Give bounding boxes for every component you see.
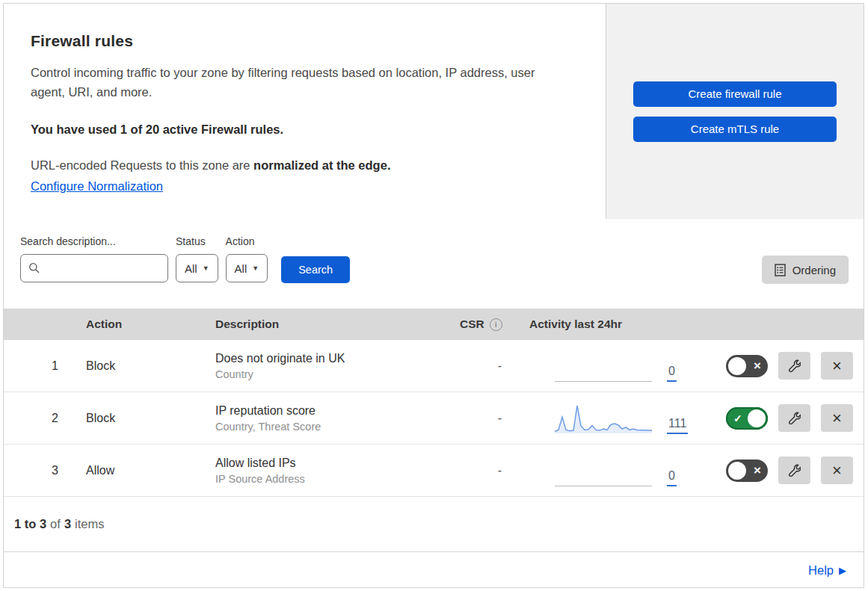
activity-count-link[interactable]: 0 [667, 365, 677, 382]
rule-activity-cell: 111 [520, 403, 715, 434]
action-dropdown[interactable]: All ▼ [226, 254, 268, 282]
status-dropdown-value: All [185, 262, 197, 275]
rule-action: Block [75, 359, 202, 373]
column-header-action: Action [75, 318, 202, 331]
edit-rule-button[interactable] [778, 352, 810, 380]
search-label: Search description... [20, 235, 168, 247]
column-header-csr: CSR i [445, 318, 520, 331]
wrench-icon [788, 464, 801, 477]
column-header-description: Description [202, 318, 445, 331]
activity-sparkline [555, 403, 652, 434]
rule-activity-cell: 0 [520, 350, 715, 382]
rule-controls: ✓ × × [715, 352, 864, 380]
status-filter-group: Status All ▼ [176, 235, 218, 282]
rule-action: Allow [75, 464, 202, 477]
pagination-summary: 1 to 3 of 3 items [4, 497, 864, 552]
close-icon: × [832, 462, 842, 479]
delete-rule-button[interactable]: × [821, 404, 853, 432]
header-section: Firewall rules Control incoming traffic … [4, 4, 864, 219]
rule-priority: 3 [4, 464, 75, 477]
rule-priority: 2 [4, 412, 75, 425]
edit-rule-button[interactable] [778, 457, 810, 484]
rule-description: Allow listed IPs [215, 457, 445, 470]
rule-csr: - [445, 464, 520, 477]
rule-controls: ✓ × × [715, 404, 864, 432]
pagination-total: 3 [64, 517, 71, 531]
toggle-knob [748, 409, 766, 427]
column-header-activity: Activity last 24hr [520, 318, 715, 331]
page-title: Firewall rules [31, 32, 576, 50]
rule-csr: - [445, 359, 520, 373]
activity-count-link[interactable]: 111 [667, 417, 688, 434]
usage-summary: You have used 1 of 20 active Firewall ru… [31, 123, 576, 137]
filter-bar: Search description... Status All ▼ Actio… [4, 219, 864, 309]
create-firewall-rule-button[interactable]: Create firewall rule [633, 81, 837, 107]
rule-csr: - [445, 412, 520, 425]
toggle-knob [728, 357, 746, 375]
table-row: 3 Allow Allow listed IPs IP Source Addre… [4, 445, 864, 497]
ordering-button-label: Ordering [792, 264, 836, 276]
chevron-down-icon: ▼ [203, 264, 209, 272]
delete-rule-button[interactable]: × [821, 352, 853, 380]
create-mtls-rule-button[interactable]: Create mTLS rule [633, 117, 837, 142]
action-dropdown-value: All [235, 262, 247, 275]
help-link[interactable]: Help ▶ [808, 563, 846, 578]
x-icon: × [754, 358, 761, 373]
edit-rule-button[interactable] [778, 404, 810, 432]
rule-criteria: Country, Threat Score [215, 421, 445, 433]
action-label: Action [226, 235, 268, 247]
pagination-of: of [50, 517, 61, 531]
check-icon: ✓ [733, 412, 742, 424]
rule-controls: ✓ × × [715, 457, 864, 484]
table-row: 2 Block IP reputation score Country, Thr… [4, 392, 864, 445]
search-group: Search description... [20, 235, 168, 282]
rule-criteria: Country [215, 368, 445, 380]
rule-enabled-toggle[interactable]: ✓ × [726, 407, 768, 430]
chevron-down-icon: ▼ [252, 264, 259, 272]
search-button[interactable]: Search [281, 256, 350, 283]
configure-normalization-link[interactable]: Configure Normalization [31, 179, 163, 193]
pagination-items: items [75, 517, 104, 531]
rule-description-cell: Allow listed IPs IP Source Address [202, 457, 445, 485]
help-row: Help ▶ [4, 552, 864, 588]
normalization-bold: normalized at the edge. [253, 158, 390, 172]
header-text-panel: Firewall rules Control incoming traffic … [4, 4, 606, 219]
delete-rule-button[interactable]: × [821, 457, 853, 484]
rule-priority: 1 [4, 359, 75, 373]
rule-description-cell: Does not originate in UK Country [202, 352, 445, 380]
rule-enabled-toggle[interactable]: ✓ × [726, 460, 768, 482]
csr-label: CSR [460, 318, 484, 331]
page-description: Control incoming traffic to your zone by… [31, 63, 561, 102]
arrow-right-icon: ▶ [839, 565, 846, 576]
wrench-icon [788, 412, 801, 424]
rule-description: IP reputation score [215, 404, 445, 418]
rule-description: Does not originate in UK [215, 352, 445, 365]
search-box[interactable] [20, 254, 168, 282]
rule-criteria: IP Source Address [215, 473, 445, 485]
help-label: Help [808, 563, 834, 578]
action-filter-group: Action All ▼ [226, 235, 268, 282]
rule-enabled-toggle[interactable]: ✓ × [726, 355, 768, 377]
close-icon: × [832, 358, 842, 374]
activity-sparkline [555, 350, 652, 382]
table-row: 1 Block Does not originate in UK Country… [4, 340, 864, 392]
table-header: Action Description CSR i Activity last 2… [4, 309, 864, 340]
search-input[interactable] [46, 262, 160, 275]
rule-action: Block [75, 412, 202, 425]
close-icon: × [832, 410, 842, 427]
rule-activity-cell: 0 [520, 455, 715, 486]
activity-count-link[interactable]: 0 [667, 469, 677, 486]
activity-sparkline [555, 455, 652, 486]
status-label: Status [176, 235, 218, 247]
ordering-list-icon [775, 264, 786, 276]
rule-description-cell: IP reputation score Country, Threat Scor… [202, 404, 445, 433]
action-panel: Create firewall rule Create mTLS rule [606, 4, 864, 219]
info-icon[interactable]: i [490, 318, 502, 331]
toggle-knob [728, 462, 746, 480]
ordering-button[interactable]: Ordering [762, 256, 849, 284]
normalization-prefix: URL-encoded Requests to this zone are [31, 158, 253, 172]
x-icon: × [754, 462, 761, 477]
search-icon [28, 262, 40, 274]
pagination-range: 1 to 3 [14, 517, 46, 531]
status-dropdown[interactable]: All ▼ [176, 254, 218, 282]
